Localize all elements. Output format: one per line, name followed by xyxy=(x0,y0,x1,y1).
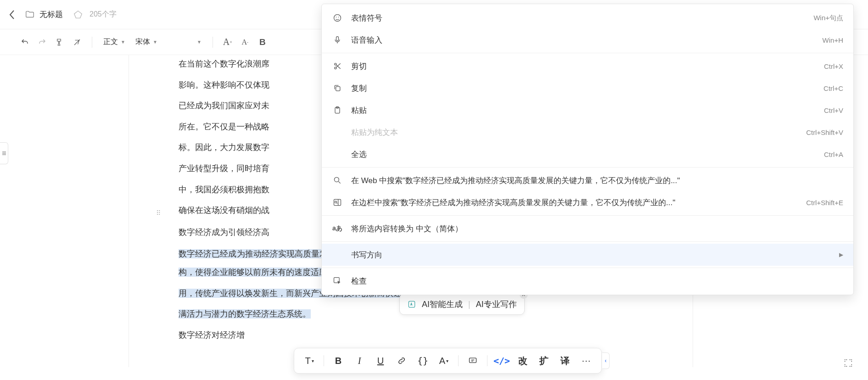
menu-label: 检查 xyxy=(351,276,843,286)
ai-pro-write-button[interactable]: AI专业写作 xyxy=(476,299,517,310)
word-count: 205个字 xyxy=(90,10,117,19)
link-button[interactable] xyxy=(393,352,410,369)
menu-label: 语音输入 xyxy=(351,35,813,45)
svg-point-2 xyxy=(336,17,337,18)
menu-separator xyxy=(322,241,853,242)
bold-button[interactable]: B xyxy=(330,352,347,369)
format-painter-button[interactable] xyxy=(52,35,67,50)
italic-button[interactable]: I xyxy=(351,352,368,369)
font-color-button[interactable]: A▾ xyxy=(435,352,453,369)
svg-point-3 xyxy=(338,17,339,18)
code-block-button[interactable]: </> xyxy=(493,352,510,369)
menu-separator xyxy=(322,215,853,216)
clipboard-icon xyxy=(332,105,343,116)
chevron-down-icon: ▼ xyxy=(121,39,125,45)
translate-button[interactable]: 译 xyxy=(556,352,574,369)
clear-format-button[interactable] xyxy=(70,35,84,50)
expand-button[interactable]: 扩 xyxy=(535,352,553,369)
pill-separator: | xyxy=(468,300,470,309)
search-icon xyxy=(332,175,343,186)
menu-item-emoji[interactable]: 表情符号 Win+句点 xyxy=(322,7,853,29)
menu-shortcut: Ctrl+C xyxy=(823,84,843,92)
font-family-select[interactable]: 宋体 ▼ xyxy=(132,37,161,47)
tag-icon[interactable] xyxy=(73,10,83,20)
selected-text: 满活力与潜力的数字经济生态系统。 xyxy=(179,309,311,319)
menu-item-voice[interactable]: 语音输入 Win+H xyxy=(322,29,853,51)
selection-toolbar: T▾ B I U {} A▾ </> 改 扩 译 ⋯ ‹ xyxy=(294,348,602,374)
menu-shortcut: Ctrl+A xyxy=(824,151,843,158)
rewrite-button[interactable]: 改 xyxy=(514,352,532,369)
menu-label: 粘贴为纯文本 xyxy=(351,127,797,138)
sidebar-search-icon xyxy=(332,197,343,208)
menu-separator xyxy=(322,268,853,268)
bold-button[interactable]: B xyxy=(255,35,270,50)
comment-button[interactable] xyxy=(464,352,482,369)
menu-shortcut: Ctrl+Shift+E xyxy=(806,199,843,207)
context-menu: 表情符号 Win+句点 语音输入 Win+H 剪切 Ctrl+X 复制 Ctrl… xyxy=(321,4,854,295)
menu-label: 表情符号 xyxy=(351,13,804,23)
menu-label: 将所选内容转换为 中文（简体） xyxy=(351,224,843,234)
undo-button[interactable] xyxy=(17,35,32,50)
toolbar-separator xyxy=(92,37,92,48)
increase-font-button[interactable]: A+ xyxy=(220,35,235,50)
back-button[interactable] xyxy=(6,8,18,21)
redo-button[interactable] xyxy=(35,35,50,50)
toolbar-separator xyxy=(324,355,324,366)
decrease-font-button[interactable]: A- xyxy=(238,35,252,50)
menu-shortcut: Ctrl+V xyxy=(824,106,843,114)
menu-label: 书写方向 xyxy=(351,250,834,260)
toolbar-separator xyxy=(213,37,213,48)
style-select-label: 正文 xyxy=(103,37,118,47)
svg-point-12 xyxy=(335,201,337,203)
svg-rect-7 xyxy=(336,87,340,91)
menu-label: 全选 xyxy=(351,149,815,160)
fullscreen-icon xyxy=(843,358,853,368)
chevron-right-icon: ▶ xyxy=(839,251,843,258)
menu-item-sidebar-search[interactable]: 在边栏中搜索"数字经济已经成为推动经济实现高质量发展的关键力量，它不仅为传统产业… xyxy=(322,191,853,213)
outline-toggle[interactable] xyxy=(0,142,8,164)
menu-item-select-all[interactable]: · 全选 Ctrl+A xyxy=(322,143,853,165)
paragraph-style-select[interactable]: 正文 ▼ xyxy=(100,37,129,47)
ai-generate-button[interactable]: AI智能生成 xyxy=(422,299,463,310)
menu-item-web-search[interactable]: 在 Web 中搜索"数字经济已经成为推动经济实现高质量发展的关键力量，它不仅为传… xyxy=(322,169,853,191)
toolbar-separator xyxy=(458,355,459,366)
document-title[interactable]: 无标题 xyxy=(39,9,63,20)
menu-label: 粘贴 xyxy=(351,105,815,116)
blank-icon: · xyxy=(332,249,343,260)
more-button[interactable]: ⋯ xyxy=(577,352,595,369)
text-style-button[interactable]: T▾ xyxy=(301,352,318,369)
folder-icon xyxy=(25,10,35,20)
scissors-icon xyxy=(332,61,343,72)
menu-item-paste[interactable]: 粘贴 Ctrl+V xyxy=(322,99,853,121)
code-button[interactable]: {} xyxy=(414,352,431,369)
paragraph: 数字经济对经济增 xyxy=(179,326,643,345)
menu-item-writing-direction[interactable]: · 书写方向 ▶ xyxy=(322,244,853,266)
blank-icon: · xyxy=(332,127,343,138)
menu-icon xyxy=(1,151,7,156)
microphone-icon xyxy=(332,34,343,45)
block-drag-handle[interactable]: ⠿ xyxy=(156,209,160,217)
menu-item-inspect[interactable]: 检查 xyxy=(322,270,853,292)
chevron-down-icon: ▼ xyxy=(197,39,202,45)
menu-item-paste-plain: · 粘贴为纯文本 Ctrl+Shift+V xyxy=(322,121,853,143)
menu-label: 剪切 xyxy=(351,61,815,72)
collapse-toolbar-button[interactable]: ‹ xyxy=(602,352,610,369)
menu-shortcut: Ctrl+Shift+V xyxy=(806,129,843,136)
menu-separator xyxy=(322,167,853,168)
menu-item-translate[interactable]: aあ 将所选内容转换为 中文（简体） xyxy=(322,218,853,240)
ai-icon xyxy=(407,300,416,309)
menu-shortcut: Ctrl+X xyxy=(824,62,843,70)
underline-button[interactable]: U xyxy=(372,352,389,369)
fullscreen-button[interactable] xyxy=(840,355,856,371)
translate-icon: aあ xyxy=(332,223,343,234)
menu-item-copy[interactable]: 复制 Ctrl+C xyxy=(322,77,853,99)
menu-item-cut[interactable]: 剪切 Ctrl+X xyxy=(322,55,853,77)
menu-separator xyxy=(322,53,853,53)
font-size-select[interactable]: ▼ xyxy=(164,39,205,45)
chevron-down-icon: ▼ xyxy=(153,39,157,45)
font-select-label: 宋体 xyxy=(135,37,150,47)
svg-point-5 xyxy=(335,67,336,69)
svg-rect-14 xyxy=(470,358,476,363)
svg-rect-4 xyxy=(336,37,339,41)
copy-icon xyxy=(332,83,343,94)
